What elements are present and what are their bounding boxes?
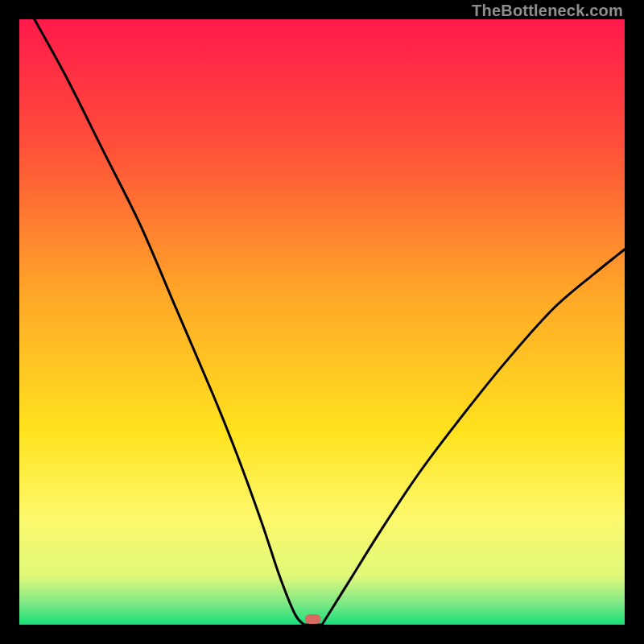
- watermark-text: TheBottleneck.com: [472, 2, 623, 20]
- bottleneck-curve-chart: [19, 19, 625, 625]
- min-marker: [305, 614, 321, 624]
- gradient-background: [19, 19, 625, 625]
- outer-frame: TheBottleneck.com: [0, 0, 644, 644]
- plot-area: [19, 19, 625, 625]
